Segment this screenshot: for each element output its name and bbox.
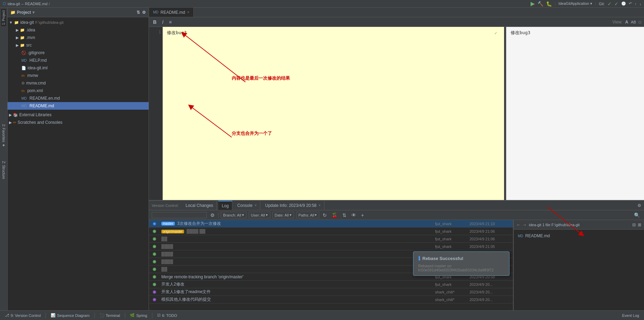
settings-bottom-icon[interactable]: ⚙ xyxy=(637,203,641,208)
editor-tabs: MD README.md × xyxy=(149,8,644,17)
debug-icon[interactable]: 🐛 xyxy=(546,1,552,7)
tree-gitignore[interactable]: 🚫 .gitignore xyxy=(8,49,149,57)
tree-readmeenmd[interactable]: MD README.en.md xyxy=(8,94,149,102)
status-todo[interactable]: ☑ 6: TODO xyxy=(155,311,179,320)
update-info-label: Update Info: 2023/4/9 20:58 xyxy=(265,203,316,208)
commit-date-10: 2023/4/9 20... xyxy=(468,290,513,294)
cherry-pick-btn[interactable]: 🍒 xyxy=(330,212,339,219)
refresh-btn[interactable]: ↻ xyxy=(321,212,328,219)
far-left-side-tabs: ★ 2: Favorites Z: Structure xyxy=(0,121,8,183)
gitignore-icon: 🚫 xyxy=(21,51,26,55)
sort-btn[interactable]: ⇅ xyxy=(341,212,348,219)
italic-btn[interactable]: I xyxy=(161,19,165,26)
main-layout: 1: Project 📁 Project ▾ ⇅ ⚙ ▼ 📁 idea-git … xyxy=(0,8,644,310)
tree-idea[interactable]: ▶ 📁 .idea xyxy=(8,26,149,34)
tab-log[interactable]: Log xyxy=(218,201,232,210)
git-push[interactable]: ↑ xyxy=(635,2,637,6)
commit-row-11[interactable]: 模拟其他人修改代码的提交 shark_chili* 2023/4/9 20... xyxy=(149,296,513,303)
branch-filter-label: Branch: All xyxy=(223,213,241,217)
graph-col-11 xyxy=(149,298,160,301)
tree-root[interactable]: ▼ 📁 idea-git F:\github\idea-git xyxy=(8,19,149,26)
commit-row-1[interactable]: master 3次修改合并为一次修改 fjut_shark 2023/4/9 2… xyxy=(149,220,513,228)
tree-iml[interactable]: 📄 idea-git.iml xyxy=(8,64,149,72)
status-sep1 xyxy=(46,313,46,318)
editor-main: 1 修改bug3 ✓ xyxy=(149,27,644,200)
annotation-text-2: 分支也合并为一个了 xyxy=(232,130,272,137)
commit-dot-4 xyxy=(153,245,156,248)
file-label: README.md xyxy=(525,233,550,238)
search-log-btn[interactable]: 🔍 xyxy=(633,212,641,219)
build-icon[interactable]: 🔨 xyxy=(537,1,543,7)
paths-filter-btn[interactable]: Paths: All ▾ xyxy=(296,212,320,218)
commit-search-input[interactable] xyxy=(152,212,207,218)
tab-local-changes[interactable]: Local Changes xyxy=(182,201,217,210)
app-icon: ⬡ xyxy=(3,1,6,6)
add-filter-btn[interactable]: + xyxy=(360,212,365,219)
eye-btn[interactable]: 👁 xyxy=(350,212,358,219)
iml-icon: 📄 xyxy=(21,66,26,70)
tree-readmemd[interactable]: MD README.md xyxy=(8,102,149,110)
commit-date-4: 2023/4/9 21:05 xyxy=(468,244,513,249)
status-vc[interactable]: ⎇ 9: Version Control xyxy=(3,311,43,320)
tree-helpmd[interactable]: MD HELP.md xyxy=(8,57,149,64)
settings-icon[interactable]: ⚙ xyxy=(142,10,146,15)
commit-row-2[interactable]: origin/master ████ ██ fjut_shark 2023/4/… xyxy=(149,228,513,235)
terminal-label: Terminal xyxy=(106,313,120,318)
commit-dot-7 xyxy=(153,268,156,271)
view-icon-ab[interactable]: AB xyxy=(631,20,636,24)
git-log-container: master 3次修改合并为一次修改 fjut_shark 2023/4/9 2… xyxy=(149,220,644,310)
git-undo[interactable]: ↶ xyxy=(629,1,632,6)
commit-row-10[interactable]: 开发人1修改了readme文件 shark_chili* 2023/4/9 20… xyxy=(149,288,513,296)
commit-dot-3 xyxy=(153,237,156,241)
user-filter-btn[interactable]: User: All ▾ xyxy=(249,212,270,218)
run-icon[interactable]: ▶ xyxy=(531,0,535,7)
tab-console[interactable]: Console × xyxy=(234,201,260,210)
update-close[interactable]: × xyxy=(319,203,321,207)
folder-src-icon: 📁 xyxy=(20,43,25,48)
bold-btn[interactable]: B xyxy=(152,19,158,26)
console-close[interactable]: × xyxy=(254,203,256,207)
status-spring[interactable]: 🌿 Spring xyxy=(128,311,149,320)
iml-label: idea-git.iml xyxy=(28,66,48,70)
tree-extlibs[interactable]: ▶ 📚 External Libraries xyxy=(8,111,149,119)
branch-dropdown[interactable]: IdeaGitApplication ▾ xyxy=(559,1,592,6)
structure-tab[interactable]: Z: Structure xyxy=(2,161,6,179)
branch-filter-btn[interactable]: Branch: All ▾ xyxy=(221,212,246,218)
tab-update-info[interactable]: Update Info: 2023/4/9 20:58 × xyxy=(262,201,324,210)
mvnw-label: mvnw xyxy=(27,73,38,78)
git-history[interactable]: 🕒 xyxy=(621,1,626,6)
commit-row-3[interactable]: ██ fjut_shark 2023/4/9 21:06 xyxy=(149,235,513,243)
tree-mvn[interactable]: ▶ 📁 .mvn xyxy=(8,34,149,41)
editor-tab-readmemd[interactable]: MD README.md × xyxy=(149,8,194,17)
tree-src[interactable]: ▶ 📁 src xyxy=(8,41,149,49)
right-panel-back-icon[interactable]: ← xyxy=(516,222,521,227)
tree-scratches[interactable]: ▶ ✏ Scratches and Consoles xyxy=(8,119,149,126)
right-layout-icon1[interactable]: ⊟ xyxy=(632,222,636,227)
status-eventlog[interactable]: Event Log xyxy=(620,311,641,320)
date-filter-btn[interactable]: Date: All ▾ xyxy=(272,212,294,218)
view-icon-preview[interactable]: □ xyxy=(639,20,641,24)
table-btn[interactable]: ≡ xyxy=(168,19,173,26)
right-layout-icon2[interactable]: ⊞ xyxy=(638,222,641,227)
editor-content[interactable]: 修改bug3 ✓ 内 xyxy=(163,27,504,200)
file-entry-readmemd[interactable]: MD README.md xyxy=(516,232,641,239)
collapse-all-icon[interactable]: ⇅ xyxy=(137,10,140,15)
project-dropdown-icon[interactable]: ▾ xyxy=(32,10,34,15)
status-terminal[interactable]: ⬛ Terminal xyxy=(98,311,122,320)
commit-row-9[interactable]: 开发人2修改 fjut_shark 2023/4/9 20... xyxy=(149,281,513,288)
project-tab[interactable]: 1: Project xyxy=(1,9,6,26)
commit-author-1: fjut_shark xyxy=(434,222,468,226)
favorites-tab[interactable]: ★ 2: Favorites xyxy=(2,124,6,147)
tree-pomxml[interactable]: m pom.xml xyxy=(8,87,149,94)
tree-mvnw[interactable]: m mvnw xyxy=(8,72,149,79)
tree-mvnwcmd[interactable]: ⚙ mvnw.cmd xyxy=(8,79,149,87)
search-settings-btn[interactable]: ⚙ xyxy=(209,212,216,219)
tab-close-btn[interactable]: × xyxy=(187,10,189,14)
preview-content: 修改bug3 xyxy=(511,30,530,35)
right-panel-fwd-icon[interactable]: → xyxy=(523,222,527,227)
view-icon-a[interactable]: A xyxy=(625,20,628,24)
toolbar-sep1 xyxy=(218,212,219,218)
git-fetch[interactable]: ↓ xyxy=(640,2,642,6)
commit-row-4[interactable]: ████ fjut_shark 2023/4/9 21:05 xyxy=(149,243,513,250)
status-diagram[interactable]: 📊 Sequence Diagram xyxy=(49,311,91,320)
